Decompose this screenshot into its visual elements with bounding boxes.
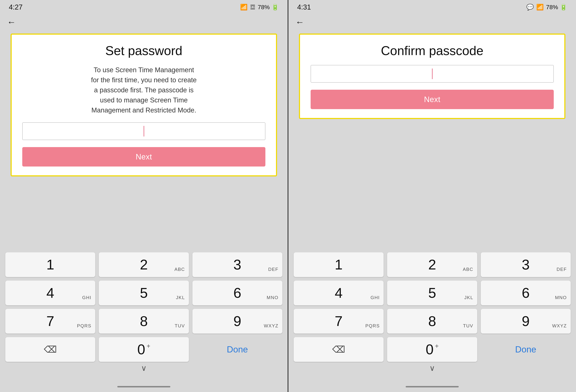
message-icon-2: 💬 bbox=[526, 3, 534, 11]
battery-icon-2: 78% 🔋 bbox=[546, 3, 567, 11]
home-bar-1 bbox=[0, 381, 288, 392]
key-main-2-3: 6 bbox=[233, 286, 241, 300]
key2-2-3[interactable]: 6 MNO bbox=[481, 281, 571, 305]
next-button-2[interactable]: Next bbox=[311, 90, 554, 109]
key-sub-1-3: DEF bbox=[268, 267, 279, 272]
key-1-2[interactable]: 2 ABC bbox=[99, 252, 189, 277]
nav-bar-1: ← bbox=[0, 14, 288, 30]
key2-main-1-1: 1 bbox=[335, 258, 343, 272]
key-1-1[interactable]: 1 bbox=[5, 252, 95, 277]
key2-sub-2-3: MNO bbox=[555, 295, 567, 300]
key2-sub-3-1: PQRS bbox=[365, 323, 380, 329]
battery-icon-1: 78% 🔋 bbox=[258, 3, 279, 11]
wifi-icon-2: 📶 bbox=[536, 3, 544, 11]
chevron-2: ∨ bbox=[294, 362, 571, 376]
password-input-2[interactable] bbox=[311, 65, 554, 83]
key2-main-1-2: 2 bbox=[428, 258, 436, 272]
done-btn-2[interactable]: Done bbox=[481, 337, 571, 362]
backspace-btn-2[interactable]: ⌫ bbox=[294, 337, 384, 362]
key-3-2[interactable]: 8 TUV bbox=[99, 309, 189, 334]
key2-3-3[interactable]: 9 WXYZ bbox=[481, 309, 571, 334]
key-3-3[interactable]: 9 WXYZ bbox=[192, 309, 282, 334]
confirm-passcode-card: Confirm passcode Next bbox=[299, 33, 565, 119]
key-0-1[interactable]: 0 + bbox=[99, 337, 189, 362]
home-bar-2 bbox=[288, 381, 576, 392]
key2-sub-2-2: JKL bbox=[464, 295, 473, 300]
password-input-1[interactable] bbox=[22, 122, 265, 140]
done-btn-1[interactable]: Done bbox=[192, 337, 282, 362]
keyboard-grid-1: 1 2 ABC 3 DEF 4 GHI 5 JKL 6 MNO bbox=[5, 252, 282, 362]
key-zero-main-1: 0 bbox=[137, 342, 145, 357]
keyboard-grid-2: 1 2 ABC 3 DEF 4 GHI 5 JKL 6 MNO bbox=[294, 252, 571, 362]
cursor-1 bbox=[144, 126, 144, 136]
key-main-3-3: 9 bbox=[233, 314, 241, 328]
done-label-2: Done bbox=[515, 344, 536, 355]
phone1-screen: 4:27 📶 ☲ 78% 🔋 ← Set password To use Scr… bbox=[0, 0, 288, 392]
key-main-1-2: 2 bbox=[140, 258, 148, 272]
status-time-2: 4:31 bbox=[297, 3, 311, 11]
key-sub-1-2: ABC bbox=[174, 267, 185, 272]
key2-1-1[interactable]: 1 bbox=[294, 252, 384, 277]
key-zero-main-2: 0 bbox=[426, 342, 433, 357]
content-area-1: Set password To use Screen Time Manageme… bbox=[0, 30, 288, 249]
key-sub-3-2: TUV bbox=[175, 323, 185, 329]
key-2-1[interactable]: 4 GHI bbox=[5, 281, 95, 305]
key-2-3[interactable]: 6 MNO bbox=[192, 281, 282, 305]
status-icons-1: 📶 ☲ 78% 🔋 bbox=[240, 3, 279, 11]
next-button-1[interactable]: Next bbox=[22, 147, 265, 166]
status-icons-2: 💬 📶 78% 🔋 bbox=[526, 3, 567, 11]
key-1-3[interactable]: 3 DEF bbox=[192, 252, 282, 277]
home-bar-line-2 bbox=[406, 386, 459, 387]
key2-2-1[interactable]: 4 GHI bbox=[294, 281, 384, 305]
key2-1-3[interactable]: 3 DEF bbox=[481, 252, 571, 277]
key2-main-2-3: 6 bbox=[522, 286, 530, 300]
key-sub-3-1: PQRS bbox=[77, 323, 91, 329]
key-main-1-3: 3 bbox=[233, 258, 241, 272]
key-zero-plus-1: + bbox=[147, 342, 150, 350]
key2-main-2-2: 5 bbox=[428, 286, 436, 300]
confirm-passcode-title: Confirm passcode bbox=[381, 43, 483, 58]
key2-main-3-1: 7 bbox=[335, 314, 343, 328]
back-button-1[interactable]: ← bbox=[7, 17, 16, 27]
key2-main-1-3: 3 bbox=[522, 258, 530, 272]
key-main-3-1: 7 bbox=[46, 314, 54, 328]
status-time-1: 4:27 bbox=[9, 3, 23, 11]
phone2-screen: 4:31 💬 📶 78% 🔋 ← Confirm passcode Next 1 bbox=[288, 0, 576, 392]
status-bar-1: 4:27 📶 ☲ 78% 🔋 bbox=[0, 0, 288, 14]
key2-sub-3-2: TUV bbox=[463, 323, 473, 329]
key2-main-3-3: 9 bbox=[522, 314, 530, 328]
done-label-1: Done bbox=[227, 344, 248, 355]
key-sub-3-3: WXYZ bbox=[264, 323, 279, 329]
keyboard-2: 1 2 ABC 3 DEF 4 GHI 5 JKL 6 MNO bbox=[288, 249, 576, 381]
key2-3-1[interactable]: 7 PQRS bbox=[294, 309, 384, 334]
backspace-btn-1[interactable]: ⌫ bbox=[5, 337, 95, 362]
chevron-1: ∨ bbox=[5, 362, 282, 376]
nav-bar-2: ← bbox=[288, 14, 576, 30]
backspace-icon-2: ⌫ bbox=[332, 344, 345, 355]
key-main-3-2: 8 bbox=[140, 314, 148, 328]
back-button-2[interactable]: ← bbox=[295, 17, 304, 27]
key2-main-2-1: 4 bbox=[335, 286, 343, 300]
key2-sub-3-3: WXYZ bbox=[552, 323, 567, 329]
key-main-2-1: 4 bbox=[46, 286, 54, 300]
key-3-1[interactable]: 7 PQRS bbox=[5, 309, 95, 334]
key2-1-2[interactable]: 2 ABC bbox=[387, 252, 477, 277]
key-2-2[interactable]: 5 JKL bbox=[99, 281, 189, 305]
key2-sub-2-1: GHI bbox=[371, 295, 380, 300]
set-password-card: Set password To use Screen Time Manageme… bbox=[11, 33, 277, 176]
signal-icon-1: ☲ bbox=[250, 3, 255, 11]
keyboard-1: 1 2 ABC 3 DEF 4 GHI 5 JKL 6 MNO bbox=[0, 249, 288, 381]
key-0-2[interactable]: 0 + bbox=[387, 337, 477, 362]
key2-3-2[interactable]: 8 TUV bbox=[387, 309, 477, 334]
key-main-1-1: 1 bbox=[46, 258, 54, 272]
key2-sub-1-3: DEF bbox=[557, 267, 567, 272]
key2-2-2[interactable]: 5 JKL bbox=[387, 281, 477, 305]
wifi-icon-1: 📶 bbox=[240, 3, 248, 11]
key2-main-3-2: 8 bbox=[428, 314, 436, 328]
status-bar-2: 4:31 💬 📶 78% 🔋 bbox=[288, 0, 576, 14]
key-main-2-2: 5 bbox=[140, 286, 148, 300]
set-password-title: Set password bbox=[105, 43, 182, 58]
key-sub-2-2: JKL bbox=[176, 295, 185, 300]
key-zero-plus-2: + bbox=[435, 342, 439, 350]
key-sub-2-1: GHI bbox=[82, 295, 91, 300]
